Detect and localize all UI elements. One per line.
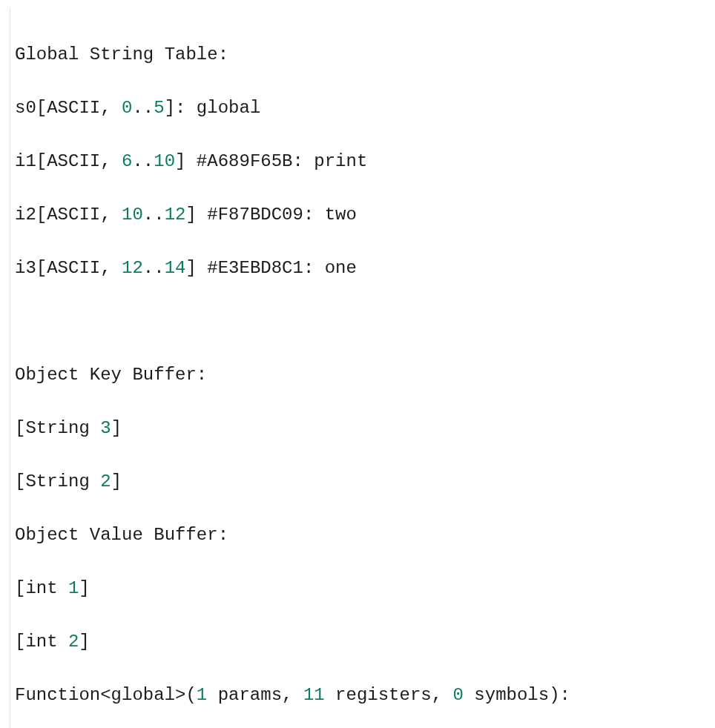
gst-entry-s0: s0[ASCII, 0..5]: global — [15, 95, 700, 122]
heading-object-value-buffer: Object Value Buffer: — [15, 522, 700, 549]
heading-global-string-table: Global String Table: — [15, 42, 700, 68]
function-signature: Function<global>(1 params, 11 registers,… — [15, 682, 700, 709]
code-block: Global String Table: s0[ASCII, 0..5]: gl… — [0, 0, 715, 728]
gst-entry-i2: i2[ASCII, 10..12] #F87BDC09: two — [15, 202, 700, 228]
okb-entry-1: [String 3] — [15, 415, 700, 442]
okb-entry-2: [String 2] — [15, 469, 700, 495]
gst-entry-i1: i1[ASCII, 6..10] #A689F65B: print — [15, 148, 700, 175]
gst-entry-i3: i3[ASCII, 12..14] #E3EBD8C1: one — [15, 255, 700, 282]
ovb-entry-2: [int 2] — [15, 629, 700, 655]
heading-object-key-buffer: Object Key Buffer: — [15, 362, 700, 388]
blank-line — [15, 308, 700, 335]
ovb-entry-1: [int 1] — [15, 575, 700, 602]
